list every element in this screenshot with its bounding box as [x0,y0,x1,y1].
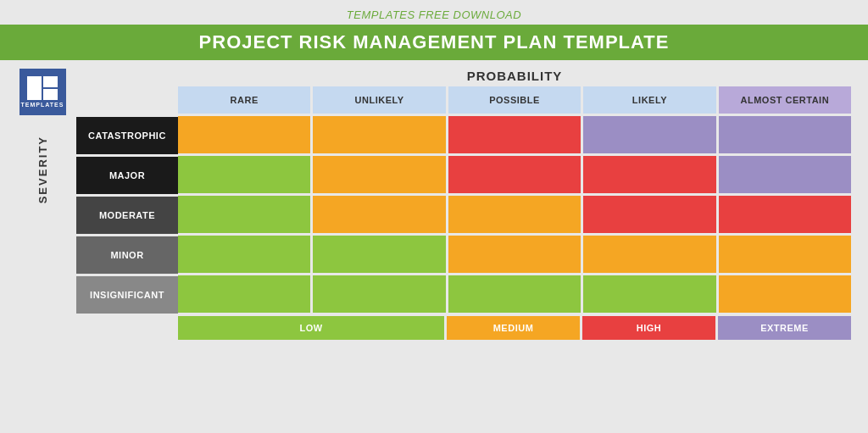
top-label: TEMPLATES FREE DOWNLOAD [347,8,521,21]
legend-low: LOW [178,316,444,340]
risk-cell [448,275,581,313]
severity-column: CATASTROPHICMAJORMODERATEMINORINSIGNIFIC… [76,117,178,425]
risk-cell [719,275,851,313]
logo: TEMPLATES [19,69,66,115]
risk-cell [583,156,715,193]
risk-cell [719,196,851,233]
risk-cell [448,236,581,273]
table-row [178,156,851,193]
risk-cell [448,196,581,233]
risk-cell [719,156,851,193]
probability-header-cell: LIKELY [583,86,715,114]
risk-cell [583,116,715,153]
risk-cell [583,275,715,313]
probability-header-cell: UNLIKELY [313,86,445,114]
probability-header-cell: ALMOST CERTAIN [719,86,851,114]
table-row [178,196,851,233]
risk-cell [313,275,445,313]
probability-header-cell: POSSIBLE [448,86,581,114]
probability-header-cell: RARE [178,86,310,114]
risk-cell [178,196,310,233]
title-bar: PROJECT RISK MANAGEMENT PLAN TEMPLATE [0,25,868,60]
risk-cell [178,116,310,153]
risk-cell [719,116,851,153]
risk-cell [583,236,715,273]
risk-cell [313,156,445,193]
risk-cell [313,236,445,273]
severity-cell: MINOR [76,236,178,274]
severity-label: SEVERITY [36,136,49,203]
risk-cell [448,116,581,153]
table-row [178,236,851,273]
risk-cell [313,196,445,233]
risk-cell [448,156,581,193]
severity-cell: INSIGNIFICANT [76,276,178,314]
table-row [178,275,851,313]
risk-cell [178,236,310,273]
logo-text: TEMPLATES [21,102,64,108]
table-row [178,116,851,153]
risk-cell [719,236,851,273]
legend-extreme: EXTREME [718,316,851,340]
probability-label: PROBABILITY [76,69,851,83]
risk-cell [178,275,310,313]
risk-cell [313,116,445,153]
risk-cell [583,196,715,233]
severity-cell: MODERATE [76,197,178,234]
severity-cell: MAJOR [76,157,178,194]
risk-cell [178,156,310,193]
legend-medium: MEDIUM [447,316,580,340]
severity-cell: CATASTROPHIC [76,117,178,154]
legend-high: HIGH [582,316,715,340]
